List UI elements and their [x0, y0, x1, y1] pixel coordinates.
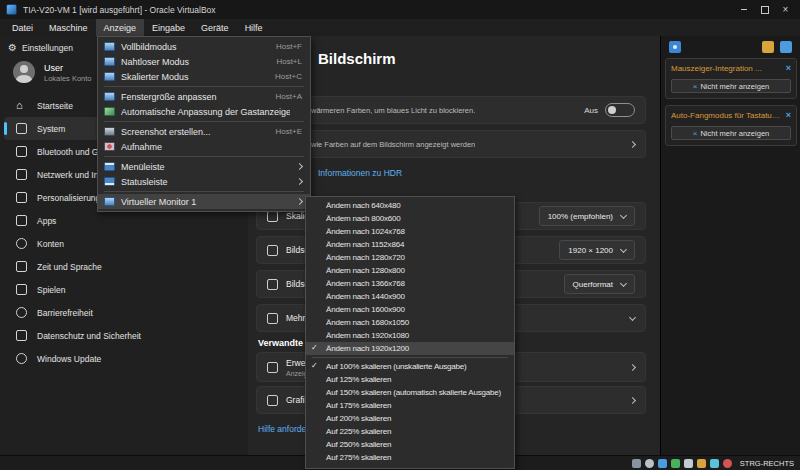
- network-icon[interactable]: [671, 459, 680, 468]
- hdr-row[interactable]: wie Farben auf dem Bildschirm angezeigt …: [256, 130, 646, 158]
- session-icon[interactable]: [780, 41, 792, 53]
- view-menu-item[interactable]: Aufnahme: [98, 139, 310, 154]
- mute-icon: ×: [693, 82, 698, 91]
- sidebar-nav-item[interactable]: Spielen: [4, 278, 244, 301]
- recording-icon-sb[interactable]: [723, 459, 732, 468]
- seamless-icon: [104, 57, 115, 66]
- resolution-menu-item[interactable]: ✓ Auf 275% skalieren: [306, 451, 514, 464]
- audio-icon[interactable]: [658, 459, 667, 468]
- resolution-menu-item[interactable]: ✓ Ändern nach 1440x900: [306, 290, 514, 303]
- personalization-icon: [16, 192, 27, 203]
- checkmark-icon: ✓: [311, 361, 318, 370]
- minimize-button[interactable]: [735, 3, 752, 16]
- scale-icon: [267, 211, 278, 222]
- virtualbox-window: TIA-V20-VM 1 [wird ausgeführt] - Oracle …: [0, 0, 800, 470]
- sidebar-nav-item[interactable]: Apps: [4, 209, 244, 232]
- settings-app-title: Einstellungen: [22, 43, 73, 53]
- sidebar-nav-item[interactable]: Windows Update: [4, 347, 244, 370]
- menu-separator: [104, 191, 304, 192]
- usb-icon[interactable]: [684, 459, 693, 468]
- display-icon[interactable]: [710, 459, 719, 468]
- view-menu-item[interactable]: Nahtloser Modus Host+L: [98, 54, 310, 69]
- menu-separator: [104, 121, 304, 122]
- resolution-menu-item[interactable]: ✓ Auf 125% skalieren: [306, 373, 514, 386]
- menubar-item[interactable]: Hilfe: [237, 19, 271, 36]
- night-light-toggle[interactable]: [605, 103, 635, 117]
- menu-bar: DateiMaschineAnzeigeEingabeGeräteHilfe: [0, 19, 800, 36]
- graphics-icon: [267, 395, 278, 406]
- resolution-menu-item[interactable]: ✓ Ändern nach 1920x1200: [306, 342, 514, 355]
- chat-icon[interactable]: [669, 41, 681, 53]
- screenshot-icon: [104, 127, 115, 136]
- resolution-menu-item[interactable]: ✓ Ändern nach 1280x720: [306, 251, 514, 264]
- resolution-menu-item[interactable]: ✓ Ändern nach 1280x800: [306, 264, 514, 277]
- resolution-menu-item[interactable]: ✓ Auf 250% skalieren: [306, 438, 514, 451]
- title-bar: TIA-V20-VM 1 [wird ausgeführt] - Oracle …: [0, 0, 800, 19]
- scale-dropdown[interactable]: 100% (empfohlen): [539, 206, 635, 226]
- user-name: User: [44, 63, 63, 73]
- hdd-icon[interactable]: [632, 459, 641, 468]
- menubar-item[interactable]: Maschine: [41, 19, 96, 36]
- chevron-down-icon: [620, 211, 627, 218]
- night-light-row[interactable]: wärmeren Farben, um blaues Licht zu bloc…: [256, 96, 646, 124]
- recording-icon: [104, 142, 115, 151]
- resolution-menu-item[interactable]: ✓ Ändern nach 1366x768: [306, 277, 514, 290]
- status-bar-icon: [104, 177, 115, 186]
- resolution-menu-item[interactable]: ✓ Ändern nach 1600x900: [306, 303, 514, 316]
- dont-show-again-button[interactable]: × Nicht mehr anzeigen: [671, 79, 791, 93]
- view-menu-item[interactable]: Virtueller Monitor 1: [98, 194, 310, 209]
- resolution-menu-item[interactable]: ✓ Auf 100% skalieren (unskalierte Ausgab…: [306, 360, 514, 373]
- menubar-item[interactable]: Datei: [4, 19, 41, 36]
- resolution-menu-item[interactable]: ✓ Ändern nach 1024x768: [306, 225, 514, 238]
- optical-disc-icon[interactable]: [645, 459, 654, 468]
- view-menu-item[interactable]: Automatische Anpassung der Gastanzeige: [98, 104, 310, 119]
- dont-show-again-button[interactable]: × Nicht mehr anzeigen: [671, 126, 791, 140]
- view-menu-item[interactable]: Fenstergröße anpassen Host+A: [98, 89, 310, 104]
- resolution-menu-item[interactable]: ✓ Ändern nach 640x480: [306, 199, 514, 212]
- night-light-description: wärmeren Farben, um blaues Licht zu bloc…: [311, 106, 475, 115]
- fullscreen-icon: [104, 42, 115, 51]
- hdr-info-link[interactable]: Informationen zu HDR: [318, 168, 402, 178]
- resolution-menu-item[interactable]: ✓ Ändern nach 800x600: [306, 212, 514, 225]
- sidebar-nav-item[interactable]: Konten: [4, 232, 244, 255]
- system-icon: [16, 123, 27, 134]
- virtualbox-logo-icon: [6, 4, 17, 15]
- sidebar-nav-item[interactable]: Zeit und Sprache: [4, 255, 244, 278]
- view-menu-item[interactable]: Vollbildmodus Host+F: [98, 39, 310, 54]
- gear-icon: [8, 42, 17, 53]
- resolution-menu-item[interactable]: ✓ Ändern nach 1680x1050: [306, 316, 514, 329]
- sidebar-nav-item[interactable]: Barrierefreiheit: [4, 301, 244, 324]
- maximize-button[interactable]: [756, 3, 773, 16]
- view-menu-item[interactable]: Menüleiste: [98, 159, 310, 174]
- close-button[interactable]: [777, 3, 794, 16]
- resolution-menu-item[interactable]: ✓ Ändern nach 1152x864: [306, 238, 514, 251]
- shared-folders-icon[interactable]: [697, 459, 706, 468]
- orientation-dropdown[interactable]: Querformat: [564, 274, 635, 294]
- close-icon[interactable]: ×: [786, 111, 791, 119]
- avatar[interactable]: [13, 61, 35, 83]
- view-menu-item[interactable]: Screenshot erstellen... Host+E: [98, 124, 310, 139]
- checkmark-icon: ✓: [311, 343, 318, 352]
- resolution-menu-item[interactable]: ✓ Ändern nach 1920x1080: [306, 329, 514, 342]
- view-menu-item[interactable]: Statusleiste: [98, 174, 310, 189]
- menu-separator: [104, 86, 304, 87]
- resolution-menu-item[interactable]: ✓ Auf 175% skalieren: [306, 399, 514, 412]
- close-icon[interactable]: ×: [786, 64, 791, 72]
- resolution-menu-item[interactable]: ✓ Auf 150% skalieren (automatisch skalie…: [306, 386, 514, 399]
- orientation-icon: [267, 279, 278, 290]
- auto-resize-icon: [104, 107, 115, 116]
- sidebar-nav-item[interactable]: Datenschutz und Sicherheit: [4, 324, 244, 347]
- monitor-icon: [104, 197, 115, 206]
- resolution-menu-item[interactable]: ✓ Auf 225% skalieren: [306, 425, 514, 438]
- privacy-icon: [16, 330, 27, 341]
- chevron-right-icon: [629, 363, 636, 370]
- submenu-arrow-icon: [296, 198, 303, 205]
- menubar-item[interactable]: Anzeige: [96, 19, 145, 36]
- display-grid-icon[interactable]: [762, 41, 774, 53]
- resolution-menu-item[interactable]: ✓ Auf 200% skalieren: [306, 412, 514, 425]
- menubar-item[interactable]: Eingabe: [144, 19, 193, 36]
- view-menu-item[interactable]: Skalierter Modus Host+C: [98, 69, 310, 84]
- menubar-item[interactable]: Geräte: [193, 19, 237, 36]
- apps-icon: [16, 215, 27, 226]
- resolution-dropdown[interactable]: 1920 × 1200: [559, 240, 635, 260]
